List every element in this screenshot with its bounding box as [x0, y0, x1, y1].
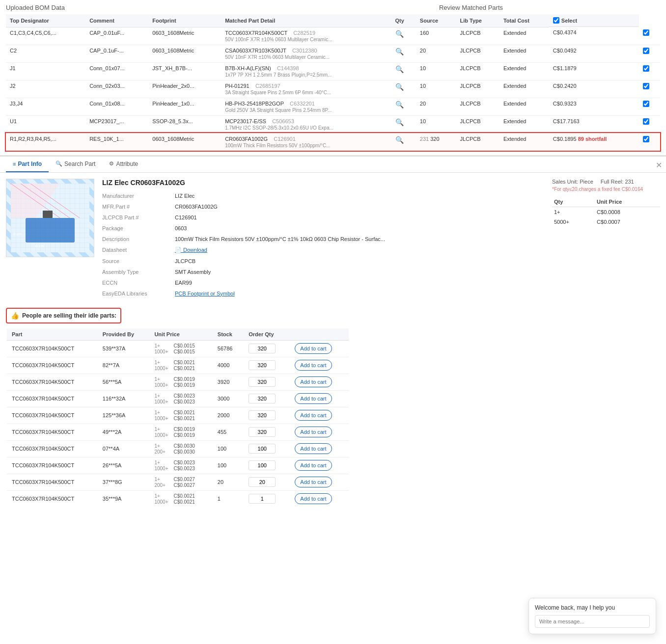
table-row: U1 MCP23017_... SSOP-28_5.3x... MCP23017… [6, 115, 660, 133]
idle-part-name: TCC0603X7R104K500CT [6, 340, 98, 357]
idle-order-qty[interactable] [244, 424, 290, 440]
order-qty-input[interactable] [249, 394, 276, 403]
part-image: 0 cm 0 cm [6, 179, 94, 257]
footprint-cell: 0603_1608Metric [148, 133, 221, 151]
idle-price-tiers: 1+ C$0.0027 200+ C$0.0027 [149, 474, 212, 490]
idle-col-provided-by: Provided By [98, 328, 150, 341]
idle-part-name: TCC0603X7R104K500CT [6, 440, 98, 457]
add-to-cart-button[interactable]: Add to cart [295, 443, 332, 454]
idle-add-cart-cell[interactable]: Add to cart [290, 457, 349, 474]
search-icon-cell[interactable]: 🔍 [391, 80, 416, 98]
select-all-checkbox[interactable] [553, 17, 559, 24]
idle-add-cart-cell[interactable]: Add to cart [290, 407, 349, 424]
select-cell[interactable] [639, 27, 660, 45]
idle-add-cart-cell[interactable]: Add to cart [290, 340, 349, 357]
idle-order-qty[interactable] [244, 440, 290, 457]
footprint-cell: 0603_1608Metric [148, 27, 221, 45]
lib-type-cell: Extended [500, 98, 549, 115]
idle-provider: 539**37A [98, 340, 150, 357]
idle-add-cart-cell[interactable]: Add to cart [290, 424, 349, 440]
info-label: Assembly Type [102, 268, 171, 276]
idle-add-cart-cell[interactable]: Add to cart [290, 390, 349, 407]
search-icon-cell[interactable]: 🔍 [391, 27, 416, 45]
add-to-cart-button[interactable]: Add to cart [295, 360, 332, 371]
idle-price-tiers: 1+ C$0.0019 1000+ C$0.0019 [149, 424, 212, 440]
add-to-cart-button[interactable]: Add to cart [295, 410, 332, 421]
add-to-cart-button[interactable]: Add to cart [295, 343, 332, 354]
order-qty-input[interactable] [249, 360, 276, 370]
search-icon-cell[interactable]: 🔍 [391, 133, 416, 151]
close-button[interactable]: ✕ [656, 161, 662, 170]
order-qty-input[interactable] [249, 427, 276, 437]
info-value: JLCPCB [175, 257, 544, 266]
order-qty-input[interactable] [249, 344, 276, 353]
idle-add-cart-cell[interactable]: Add to cart [290, 357, 349, 374]
idle-order-qty[interactable] [244, 407, 290, 424]
lib-type-cell: Extended [500, 45, 549, 62]
table-row: J1 Conn_01x07... JST_XH_B7B-... B7B-XH-A… [6, 62, 660, 80]
add-to-cart-button[interactable]: Add to cart [295, 477, 332, 487]
idle-stock: 455 [213, 424, 244, 440]
select-cell[interactable] [639, 98, 660, 115]
idle-order-qty[interactable] [244, 340, 290, 357]
idle-order-qty[interactable] [244, 357, 290, 374]
order-qty-input[interactable] [249, 444, 276, 454]
idle-stock: 20 [213, 474, 244, 490]
idle-order-qty[interactable] [244, 490, 290, 508]
source-cell: JLCPCB [456, 27, 499, 45]
qty-cell: 10 [416, 80, 456, 98]
info-value: CR0603FA1002G [175, 202, 544, 211]
review-matched-title: Review Matched Parts [439, 4, 503, 11]
idle-provider: 82**7A [98, 357, 150, 374]
idle-add-cart-cell[interactable]: Add to cart [290, 440, 349, 457]
list-item: TCC0603X7R104K500CT 116**32A 1+ C$0.0023… [6, 390, 349, 407]
table-row: C2 CAP_0.1uF-... 0603_1608Metric CSA0603… [6, 45, 660, 62]
order-qty-input[interactable] [249, 377, 276, 387]
idle-section: 👍 People are selling their idle parts: P… [0, 304, 666, 512]
select-cell[interactable] [639, 45, 660, 62]
add-to-cart-button[interactable]: Add to cart [295, 376, 332, 387]
search-icon-cell[interactable]: 🔍 [391, 98, 416, 115]
idle-order-qty[interactable] [244, 457, 290, 474]
search-icon-cell[interactable]: 🔍 [391, 62, 416, 80]
tab-part-info[interactable]: ≡ Part Info [6, 157, 49, 172]
idle-add-cart-cell[interactable]: Add to cart [290, 474, 349, 490]
lib-type-cell: Extended [500, 80, 549, 98]
idle-order-qty[interactable] [244, 390, 290, 407]
select-cell[interactable] [639, 133, 660, 151]
idle-provider: 26***5A [98, 457, 150, 474]
search-icon-cell[interactable]: 🔍 [391, 115, 416, 133]
add-to-cart-button[interactable]: Add to cart [295, 493, 332, 504]
table-row: J3,J4 Conn_01x08... PinHeader_1x0... HB-… [6, 98, 660, 115]
idle-price-tiers: 1+ C$0.0015 1000+ C$0.0015 [149, 340, 212, 357]
info-value[interactable]: PCB Footprint or Symbol [175, 289, 544, 298]
select-cell[interactable] [639, 115, 660, 133]
tab-search-part[interactable]: 🔍 Search Part [49, 157, 102, 172]
idle-provider: 49***2A [98, 424, 150, 440]
search-icon-cell[interactable]: 🔍 [391, 45, 416, 62]
info-value[interactable]: 📄 Download [175, 245, 544, 255]
idle-order-qty[interactable] [244, 374, 290, 390]
bom-section: Uploaded BOM Data Review Matched Parts T… [0, 0, 666, 155]
footprint-cell: PinHeader_2x0... [148, 80, 221, 98]
order-qty-input[interactable] [249, 460, 276, 470]
idle-stock: 100 [213, 457, 244, 474]
idle-add-cart-cell[interactable]: Add to cart [290, 490, 349, 508]
sales-unit-label: Sales Unit: [552, 179, 580, 185]
source-cell: JLCPCB [456, 80, 499, 98]
add-to-cart-button[interactable]: Add to cart [295, 427, 332, 437]
order-qty-input[interactable] [249, 494, 276, 504]
select-cell[interactable] [639, 62, 660, 80]
price-row: 1+C$0.0008 [552, 207, 660, 217]
add-to-cart-button[interactable]: Add to cart [295, 393, 332, 404]
order-qty-input[interactable] [249, 410, 276, 420]
idle-add-cart-cell[interactable]: Add to cart [290, 374, 349, 390]
info-value: 0603 [175, 224, 544, 233]
add-to-cart-button[interactable]: Add to cart [295, 460, 332, 471]
idle-part-name: TCC0603X7R104K500CT [6, 424, 98, 440]
order-qty-input[interactable] [249, 477, 276, 487]
footprint-cell: SSOP-28_5.3x... [148, 115, 221, 133]
select-cell[interactable] [639, 80, 660, 98]
tab-attribute[interactable]: ⚙ Attribute [102, 157, 145, 172]
idle-order-qty[interactable] [244, 474, 290, 490]
